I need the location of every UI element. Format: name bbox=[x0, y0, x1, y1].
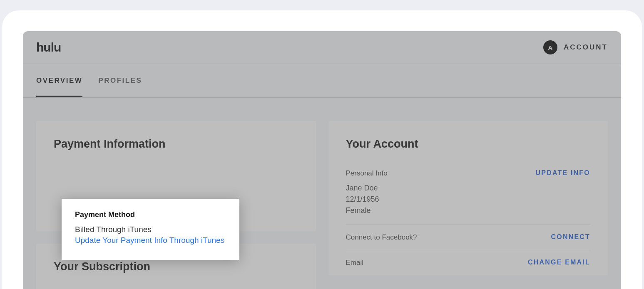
tabs: OVERVIEW PROFILES bbox=[23, 64, 621, 98]
avatar: A bbox=[543, 40, 557, 54]
header: hulu A ACCOUNT bbox=[23, 31, 621, 64]
account-name: Jane Doe bbox=[346, 183, 388, 194]
payment-method-label: Payment Method bbox=[75, 210, 226, 219]
hulu-logo[interactable]: hulu bbox=[36, 40, 61, 54]
tab-overview[interactable]: OVERVIEW bbox=[36, 64, 82, 97]
update-info-link[interactable]: UPDATE INFO bbox=[536, 169, 590, 177]
payment-method-highlight: Payment Method Billed Through iTunes Upd… bbox=[62, 199, 239, 260]
account-menu[interactable]: A ACCOUNT bbox=[543, 40, 608, 54]
payment-info-title: Payment Information bbox=[54, 138, 298, 151]
personal-info-values: Jane Doe 12/1/1956 Female bbox=[346, 183, 388, 216]
right-column: Your Account Personal Info Jane Doe 12/1… bbox=[328, 121, 608, 289]
email-label: Email bbox=[346, 259, 364, 267]
your-account-title: Your Account bbox=[346, 138, 591, 151]
connect-facebook-link[interactable]: CONNECT bbox=[551, 233, 590, 241]
account-dob: 12/1/1956 bbox=[346, 194, 388, 205]
update-payment-itunes-link[interactable]: Update Your Payment Info Through iTunes bbox=[75, 236, 226, 245]
facebook-label: Connect to Facebook? bbox=[346, 233, 417, 242]
subscription-title: Your Subscription bbox=[54, 260, 298, 273]
account-label: ACCOUNT bbox=[564, 43, 608, 52]
billed-through-text: Billed Through iTunes bbox=[75, 225, 226, 234]
personal-info-row: Personal Info Jane Doe 12/1/1956 Female … bbox=[346, 165, 591, 225]
device-frame: hulu A ACCOUNT OVERVIEW PROFILES Payment… bbox=[2, 10, 642, 289]
your-account-card: Your Account Personal Info Jane Doe 12/1… bbox=[328, 121, 608, 275]
account-gender: Female bbox=[346, 205, 388, 216]
personal-info-label: Personal Info bbox=[346, 169, 388, 178]
tab-profiles[interactable]: PROFILES bbox=[98, 64, 142, 97]
change-email-link[interactable]: CHANGE EMAIL bbox=[528, 259, 590, 266]
email-row: Email CHANGE EMAIL bbox=[346, 250, 591, 275]
app-container: hulu A ACCOUNT OVERVIEW PROFILES Payment… bbox=[23, 31, 621, 289]
facebook-row: Connect to Facebook? CONNECT bbox=[346, 225, 591, 250]
content: Payment Information Your Subscription Yo… bbox=[23, 98, 621, 289]
